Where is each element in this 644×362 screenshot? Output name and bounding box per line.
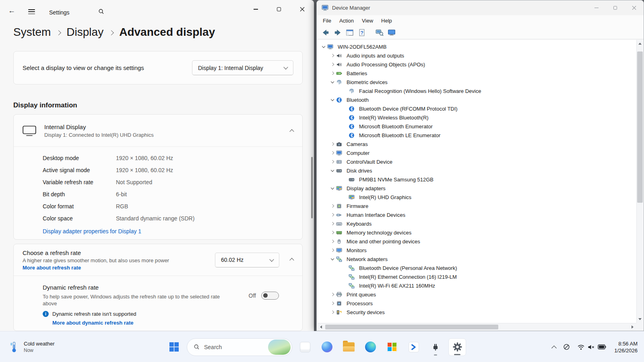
tree-item[interactable]: Disk drives <box>317 166 636 175</box>
chevron-right-icon[interactable] <box>329 291 336 298</box>
tree-item[interactable]: Bluetooth <box>317 95 636 104</box>
taskbar-search[interactable]: Search <box>187 338 292 356</box>
chevron-down-icon[interactable] <box>329 185 336 192</box>
tree-item[interactable]: Intel(R) Wireless Bluetooth(R) <box>317 113 636 122</box>
tray-overflow-button[interactable] <box>549 339 559 355</box>
chevron-right-icon[interactable] <box>329 220 336 227</box>
chevron-right-icon[interactable] <box>329 141 336 148</box>
breadcrumb-display[interactable]: Display <box>66 26 103 39</box>
scroll-left-icon[interactable] <box>320 325 322 329</box>
display-select-dropdown[interactable]: Display 1: Internal Display <box>192 60 293 75</box>
tree-item[interactable]: Facial Recognition (Windows Hello) Softw… <box>317 86 636 95</box>
scroll-up-icon[interactable] <box>638 43 642 45</box>
tree-item[interactable]: Cameras <box>317 140 636 148</box>
tree-item[interactable]: Keyboards <box>317 219 636 228</box>
scroll-down-icon[interactable] <box>638 318 642 320</box>
horizontal-scrollbar[interactable] <box>317 323 636 330</box>
network-volume-battery-button[interactable] <box>574 339 609 355</box>
chevron-right-icon[interactable] <box>329 238 336 245</box>
tree-item[interactable]: Microsoft Bluetooth Enumerator <box>317 122 636 131</box>
taskbar-app-copilot[interactable] <box>318 338 336 356</box>
vertical-scrollbar-thumb[interactable] <box>637 51 643 203</box>
more-about-dynamic-refresh-link[interactable]: More about dynamic refresh rate <box>52 320 134 326</box>
chevron-down-icon[interactable] <box>329 167 336 174</box>
taskbar-app-terminal[interactable] <box>405 338 423 356</box>
maximize-button[interactable] <box>267 0 291 19</box>
collapse-button[interactable] <box>290 128 293 133</box>
tree-item[interactable]: Audio Processing Objects (APOs) <box>317 60 636 69</box>
chevron-right-icon[interactable] <box>329 309 336 316</box>
search-icon[interactable] <box>98 8 104 16</box>
vertical-scrollbar[interactable] <box>636 40 643 323</box>
scan-hardware-button[interactable] <box>376 29 384 37</box>
display-adapter-properties-link[interactable]: Display adapter properties for Display 1 <box>43 228 141 234</box>
tree-item[interactable]: Intel(R) Wi-Fi 6E AX211 160MHz <box>317 281 636 290</box>
taskbar-app-file-explorer[interactable] <box>340 338 357 356</box>
tree-item[interactable]: Security devices <box>317 308 636 317</box>
chevron-right-icon[interactable] <box>329 203 336 210</box>
do-not-disturb-button[interactable] <box>560 339 573 355</box>
tree-item[interactable]: Intel(R) Ethernet Connection (16) I219-L… <box>317 272 636 281</box>
chevron-right-icon[interactable] <box>329 61 336 68</box>
taskbar-app-settings[interactable] <box>448 338 466 356</box>
tree-item[interactable]: WIN-2ODFL562AMB <box>317 42 636 51</box>
more-about-refresh-rate-link[interactable]: More about refresh rate <box>23 265 169 271</box>
weather-widget[interactable]: Cold weather Now <box>3 331 60 362</box>
search-highlight-image[interactable] <box>268 339 291 355</box>
display-info-expander-header[interactable]: Internal Display Display 1: Connected to… <box>14 115 302 147</box>
tree-item[interactable]: Bluetooth Device (RFCOMM Protocol TDI) <box>317 104 636 113</box>
forward-button[interactable] <box>334 29 342 37</box>
chevron-right-icon[interactable] <box>329 70 336 77</box>
taskbar-app-edge[interactable] <box>361 338 379 356</box>
clock[interactable]: 8:56 AM 1/26/2026 <box>614 340 638 354</box>
tree-item[interactable]: Monitors <box>317 246 636 255</box>
tree-item[interactable]: Firmware <box>317 202 636 210</box>
tree-item[interactable]: Intel(R) UHD Graphics <box>317 193 636 202</box>
chevron-right-icon[interactable] <box>329 300 336 307</box>
hamburger-menu-icon[interactable] <box>28 9 35 16</box>
dynamic-refresh-toggle[interactable] <box>261 292 279 300</box>
chevron-right-icon[interactable] <box>329 52 336 59</box>
tree-item[interactable]: Display adapters <box>317 184 636 193</box>
taskbar-app-microsoft-store[interactable] <box>383 338 401 356</box>
close-button[interactable] <box>291 0 314 19</box>
chevron-down-icon[interactable] <box>320 43 327 50</box>
chevron-down-icon[interactable] <box>329 79 336 86</box>
breadcrumb-system[interactable]: System <box>13 26 51 39</box>
tree-item[interactable]: ControlVault Device <box>317 157 636 166</box>
menu-help[interactable]: Help <box>377 18 396 24</box>
refresh-rate-dropdown[interactable]: 60.02 Hz <box>215 253 279 267</box>
tree-item[interactable]: Computer <box>317 148 636 157</box>
minimize-button[interactable] <box>587 0 606 15</box>
tree-item[interactable]: Biometric devices <box>317 78 636 86</box>
tree-item[interactable]: Processors <box>317 299 636 308</box>
scroll-right-icon[interactable] <box>632 325 634 329</box>
maximize-button[interactable] <box>606 0 625 15</box>
tree-item[interactable]: PM9B1 NVMe Samsung 512GB <box>317 175 636 184</box>
devices-button[interactable] <box>388 29 396 37</box>
chevron-down-icon[interactable] <box>329 97 336 103</box>
menu-file[interactable]: File <box>319 18 335 24</box>
tree-item[interactable]: Bluetooth Device (Personal Area Network) <box>317 263 636 272</box>
menu-view[interactable]: View <box>358 18 377 24</box>
tree-item[interactable]: Mice and other pointing devices <box>317 237 636 246</box>
tree-item[interactable]: Network adapters <box>317 255 636 263</box>
tree-item[interactable]: Batteries <box>317 69 636 78</box>
help-button[interactable]: ? <box>358 29 366 37</box>
chevron-right-icon[interactable] <box>329 229 336 236</box>
chevron-right-icon[interactable] <box>329 150 336 156</box>
console-tree-button[interactable] <box>346 29 354 37</box>
settings-scrollbar-thumb[interactable] <box>311 157 313 218</box>
back-arrow-icon[interactable]: ← <box>8 6 15 15</box>
minimize-button[interactable] <box>244 0 267 19</box>
tree-item[interactable]: Human Interface Devices <box>317 210 636 219</box>
menu-action[interactable]: Action <box>335 18 358 24</box>
taskbar-app-device[interactable] <box>427 338 444 356</box>
chevron-down-icon[interactable] <box>329 256 336 263</box>
horizontal-scrollbar-thumb[interactable] <box>325 325 498 329</box>
tree-item[interactable]: Audio inputs and outputs <box>317 51 636 60</box>
close-button[interactable] <box>625 0 644 15</box>
refresh-rate-header[interactable]: Choose a refresh rate A higher rate give… <box>14 244 302 276</box>
chevron-right-icon[interactable] <box>329 158 336 165</box>
tree-item[interactable]: Memory technology devices <box>317 228 636 237</box>
